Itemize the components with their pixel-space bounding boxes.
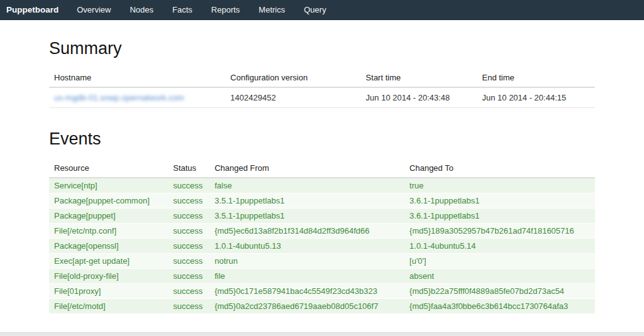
event-changed-from: {md5}0c171e587941bac4c5549f23cd43b323 xyxy=(209,284,404,299)
summary-end-time-cell: Jun 10 2014 - 20:44:15 xyxy=(477,87,595,108)
navbar: Puppetboard Overview Nodes Facts Reports… xyxy=(0,0,644,20)
nav-item-query[interactable]: Query xyxy=(294,0,335,19)
event-row: File[/etc/motd] success {md5}0a2cd23786a… xyxy=(49,299,595,314)
event-status: success xyxy=(168,254,209,269)
events-title: Events xyxy=(49,129,595,149)
event-status: success xyxy=(168,239,209,254)
event-row: File[/etc/ntp.conf] success {md5}ec6d13a… xyxy=(49,224,595,239)
event-resource: Package[openssl] xyxy=(49,239,168,254)
summary-col-end-time: End time xyxy=(477,68,595,87)
event-row: Service[ntp] success false true xyxy=(49,178,595,193)
event-row: File[01proxy] success {md5}0c171e587941b… xyxy=(49,284,595,299)
events-col-changed-to: Changed To xyxy=(404,159,595,178)
summary-row: us-mgdb-01.snwp.opernatwork.com 14024294… xyxy=(49,87,595,108)
summary-start-time-cell: Jun 10 2014 - 20:43:48 xyxy=(361,87,477,108)
event-row: Package[openssl] success 1.0.1-4ubuntu5.… xyxy=(49,239,595,254)
event-changed-to: [u'0'] xyxy=(404,254,595,269)
event-status: success xyxy=(168,209,209,224)
summary-col-start-time: Start time xyxy=(361,68,477,87)
nav-item-nodes[interactable]: Nodes xyxy=(120,0,163,19)
event-resource: Service[ntp] xyxy=(49,178,168,193)
nav-item-metrics[interactable]: Metrics xyxy=(249,0,294,19)
event-changed-from: 3.5.1-1puppetlabs1 xyxy=(209,193,404,209)
event-changed-to: {md5}faa4a3f0bbe6c3b614bcc1730764afa3 xyxy=(404,299,595,314)
hostname-link[interactable]: us-mgdb-01.snwp.opernatwork.com xyxy=(54,93,184,102)
event-changed-from: 1.0.1-4ubuntu5.13 xyxy=(209,239,404,254)
events-header-row: Resource Status Changed From Changed To xyxy=(49,159,595,178)
summary-config-version-cell: 1402429452 xyxy=(225,87,360,108)
event-resource: File[01proxy] xyxy=(49,284,168,299)
event-status: success xyxy=(168,284,209,299)
event-changed-to: 1.0.1-4ubuntu5.14 xyxy=(404,239,595,254)
event-changed-from: file xyxy=(209,269,404,284)
nav-item-reports[interactable]: Reports xyxy=(202,0,250,19)
event-changed-to: absent xyxy=(404,269,595,284)
summary-header-row: Hostname Configuration version Start tim… xyxy=(49,68,595,87)
event-changed-to: {md5}b22a75fff0f4889a85fe07bd2d73ac54 xyxy=(404,284,595,299)
event-status: success xyxy=(168,178,209,193)
footer: Copyright © 2013-2014 Daniele Sluijters.… xyxy=(0,332,644,336)
event-changed-from: {md5}0a2cd23786aed6719aaeb08d05c106f7 xyxy=(209,299,404,314)
summary-hostname-cell: us-mgdb-01.snwp.opernatwork.com xyxy=(49,87,225,108)
main-content: Summary Hostname Configuration version S… xyxy=(49,20,595,332)
nav-item-facts[interactable]: Facts xyxy=(163,0,202,19)
events-col-changed-from: Changed From xyxy=(209,159,404,178)
events-col-resource: Resource xyxy=(49,159,168,178)
summary-title: Summary xyxy=(49,39,595,58)
event-resource: File[/etc/ntp.conf] xyxy=(49,224,168,239)
event-changed-from: false xyxy=(209,178,404,193)
event-changed-from: notrun xyxy=(209,254,404,269)
event-status: success xyxy=(168,193,209,209)
event-changed-from: 3.5.1-1puppetlabs1 xyxy=(209,209,404,224)
brand-puppetboard[interactable]: Puppetboard xyxy=(0,0,67,19)
events-col-status: Status xyxy=(168,159,209,178)
event-changed-to: {md5}189a3052957b47b261ad74f181605716 xyxy=(404,224,595,239)
event-row: Package[puppet] success 3.5.1-1puppetlab… xyxy=(49,209,595,224)
event-resource: File[old-proxy-file] xyxy=(49,269,168,284)
summary-col-hostname: Hostname xyxy=(49,68,225,87)
event-status: success xyxy=(168,269,209,284)
event-status: success xyxy=(168,224,209,239)
events-table: Resource Status Changed From Changed To … xyxy=(49,159,595,313)
summary-col-config-version: Configuration version xyxy=(225,68,360,87)
summary-table: Hostname Configuration version Start tim… xyxy=(49,68,595,108)
event-resource: Package[puppet] xyxy=(49,209,168,224)
event-changed-to: 3.6.1-1puppetlabs1 xyxy=(404,193,595,209)
event-resource: Package[puppet-common] xyxy=(49,193,168,209)
event-changed-from: {md5}ec6d13a8f2b1f314d84d2ff3d964fd66 xyxy=(209,224,404,239)
event-row: File[old-proxy-file] success file absent xyxy=(49,269,595,284)
event-row: Package[puppet-common] success 3.5.1-1pu… xyxy=(49,193,595,209)
event-changed-to: true xyxy=(404,178,595,193)
event-resource: File[/etc/motd] xyxy=(49,299,168,314)
event-resource: Exec[apt-get update] xyxy=(49,254,168,269)
event-changed-to: 3.6.1-1puppetlabs1 xyxy=(404,209,595,224)
event-status: success xyxy=(168,299,209,314)
event-row: Exec[apt-get update] success notrun [u'0… xyxy=(49,254,595,269)
nav-item-overview[interactable]: Overview xyxy=(67,0,120,19)
